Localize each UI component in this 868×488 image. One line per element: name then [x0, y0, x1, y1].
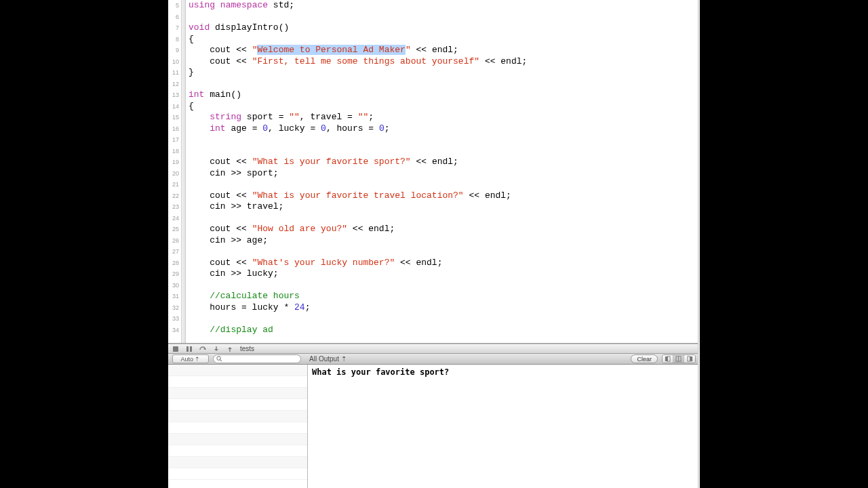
- code-line[interactable]: [189, 213, 700, 224]
- panel-right-button[interactable]: [684, 355, 695, 363]
- debug-breadcrumb[interactable]: tests: [240, 345, 254, 352]
- code-line[interactable]: [189, 179, 700, 190]
- variable-row[interactable]: [168, 468, 307, 480]
- code-line[interactable]: cout << "What is your favorite sport?" <…: [189, 157, 700, 168]
- panel-both-button[interactable]: [673, 355, 684, 363]
- step-in-icon[interactable]: [213, 346, 220, 352]
- line-number: 29: [168, 268, 181, 280]
- code-line[interactable]: {: [189, 34, 700, 45]
- variables-panel[interactable]: [168, 365, 308, 488]
- variable-row[interactable]: [168, 399, 307, 411]
- code-line[interactable]: hours = lucky * 24;: [189, 302, 700, 314]
- code-line[interactable]: cin >> lucky;: [189, 268, 700, 280]
- panel-layout-segmented: [662, 354, 696, 363]
- code-line[interactable]: //calculate hours: [189, 291, 700, 302]
- line-number: 9: [168, 45, 181, 56]
- svg-rect-5: [665, 357, 667, 361]
- line-number: 20: [168, 168, 181, 180]
- code-line[interactable]: [189, 313, 700, 325]
- svg-rect-0: [173, 346, 178, 352]
- pause-icon[interactable]: [186, 346, 193, 352]
- code-line[interactable]: {: [189, 101, 700, 113]
- svg-point-3: [217, 357, 220, 360]
- variable-row[interactable]: [168, 422, 307, 434]
- code-line[interactable]: //display ad: [189, 325, 700, 336]
- code-line[interactable]: [189, 246, 700, 258]
- variables-scope-dropdown[interactable]: Auto ⇡: [172, 354, 209, 363]
- line-number: 32: [168, 302, 181, 314]
- line-number: 16: [168, 123, 181, 135]
- variable-row[interactable]: [168, 365, 307, 376]
- code-editor[interactable]: 5678910111213141516171819202122232425262…: [168, 0, 700, 344]
- clear-button[interactable]: Clear: [631, 354, 658, 363]
- svg-rect-1: [186, 346, 189, 352]
- code-line[interactable]: int age = 0, lucky = 0, hours = 0;: [189, 123, 700, 135]
- line-number: 24: [168, 213, 181, 224]
- line-number: 27: [168, 246, 181, 258]
- svg-rect-9: [687, 357, 690, 361]
- code-line[interactable]: [189, 12, 700, 23]
- line-number: 14: [168, 101, 181, 113]
- ide-window: 5678910111213141516171819202122232425262…: [168, 0, 700, 488]
- line-number-gutter: 5678910111213141516171819202122232425262…: [168, 0, 182, 343]
- bottom-panels: What is your favorite sport?: [168, 365, 700, 488]
- code-area[interactable]: using namespace std;void displayIntro(){…: [186, 0, 700, 343]
- code-line[interactable]: cout << "What is your favorite travel lo…: [189, 190, 700, 202]
- line-number: 11: [168, 67, 181, 79]
- code-line[interactable]: cin >> travel;: [189, 201, 700, 213]
- line-number: 8: [168, 34, 181, 45]
- code-line[interactable]: }: [189, 67, 700, 79]
- svg-line-4: [220, 360, 222, 362]
- debug-toolbar: tests: [168, 344, 700, 354]
- code-line[interactable]: int main(): [189, 89, 700, 101]
- line-number: 15: [168, 112, 181, 123]
- step-out-icon[interactable]: [226, 346, 233, 352]
- step-over-icon[interactable]: [199, 346, 206, 352]
- svg-rect-6: [668, 357, 671, 361]
- line-number: 13: [168, 89, 181, 101]
- line-number: 7: [168, 22, 181, 34]
- code-line[interactable]: cin >> sport;: [189, 168, 700, 180]
- output-toolbar: Auto ⇡ All Output ⇡ Clear: [168, 354, 700, 365]
- svg-rect-2: [190, 346, 192, 352]
- code-line[interactable]: cout << "First, tell me some things abou…: [189, 56, 700, 68]
- code-line[interactable]: cin >> age;: [189, 235, 700, 247]
- code-line[interactable]: cout << "How old are you?" << endl;: [189, 224, 700, 235]
- variable-row[interactable]: [168, 434, 307, 445]
- variable-row[interactable]: [168, 457, 307, 468]
- line-number: 23: [168, 201, 181, 213]
- code-line[interactable]: [189, 280, 700, 291]
- code-line[interactable]: [189, 79, 700, 90]
- line-number: 18: [168, 146, 181, 157]
- toggle-breakpoints-icon[interactable]: [172, 346, 179, 352]
- line-number: 12: [168, 79, 181, 90]
- svg-rect-10: [690, 357, 692, 361]
- variable-row[interactable]: [168, 376, 307, 388]
- variable-row[interactable]: [168, 388, 307, 399]
- code-line[interactable]: void displayIntro(): [189, 22, 700, 34]
- line-number: 17: [168, 134, 181, 146]
- line-number: 25: [168, 224, 181, 235]
- line-number: 34: [168, 325, 181, 336]
- line-number: 31: [168, 291, 181, 302]
- variables-search-input[interactable]: [213, 354, 301, 363]
- line-number: 22: [168, 190, 181, 202]
- panel-left-button[interactable]: [663, 355, 673, 363]
- output-filter-dropdown[interactable]: All Output ⇡: [309, 355, 347, 363]
- variable-row[interactable]: [168, 411, 307, 422]
- code-line[interactable]: [189, 146, 700, 157]
- code-line[interactable]: using namespace std;: [189, 0, 700, 12]
- line-number: 28: [168, 258, 181, 269]
- code-line[interactable]: cout << "Welcome to Personal Ad Maker" <…: [189, 45, 700, 56]
- search-icon: [216, 356, 222, 362]
- code-line[interactable]: cout << "What's your lucky number?" << e…: [189, 258, 700, 269]
- line-number: 19: [168, 157, 181, 168]
- console-output[interactable]: What is your favorite sport?: [308, 365, 700, 488]
- editor-scrollbar[interactable]: [698, 0, 700, 344]
- code-line[interactable]: [189, 134, 700, 146]
- variable-row[interactable]: [168, 445, 307, 457]
- code-line[interactable]: string sport = "", travel = "";: [189, 112, 700, 123]
- line-number: 26: [168, 235, 181, 247]
- line-number: 30: [168, 280, 181, 291]
- line-number: 6: [168, 12, 181, 23]
